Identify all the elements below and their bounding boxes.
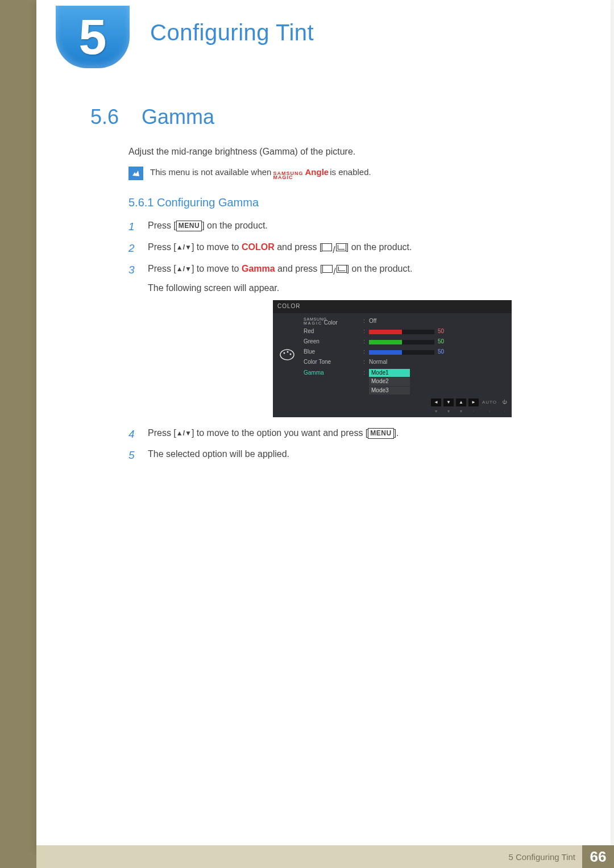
step-1: 1 Press [MENU] on the product. <box>128 219 572 235</box>
svg-point-1 <box>284 352 285 354</box>
up-down-arrows-icon: ▲/▼ <box>176 243 192 252</box>
osd-title: COLOR <box>273 300 512 313</box>
osd-row-red: Red: 50 <box>304 327 506 337</box>
page-footer: 5 Configuring Tint 66 <box>36 845 614 868</box>
chapter-badge: 5 <box>56 6 130 68</box>
svg-point-0 <box>280 350 294 360</box>
footer-chapter-label: 5 Configuring Tint <box>508 852 575 862</box>
nav-up-icon: ▲ <box>456 398 466 406</box>
step-4: 4 Press [▲/▼] to move to the option you … <box>128 426 572 442</box>
section-intro: Adjust the mid-range brightness (Gamma) … <box>128 147 355 157</box>
up-down-arrows-icon: ▲/▼ <box>176 264 192 274</box>
osd-row-blue: Blue: 50 <box>304 347 506 358</box>
steps-list: 1 Press [MENU] on the product. 2 Press [… <box>128 219 572 469</box>
menu-button-label: MENU <box>176 221 202 231</box>
nav-left-icon: ◄ <box>431 398 441 406</box>
source-enter-icons: / <box>322 243 346 256</box>
left-margin-strip <box>0 0 36 868</box>
osd-row-green: Green: 50 <box>304 337 506 347</box>
nav-down-icon: ▼ <box>443 398 454 406</box>
auto-label: AUTO <box>481 398 498 406</box>
osd-row-magic-color: SAMSUNG MAGIC Color : Off <box>304 317 506 327</box>
page: 5 Configuring Tint 5.6 Gamma Adjust the … <box>36 0 611 849</box>
svg-point-3 <box>290 354 292 355</box>
nav-right-icon: ► <box>468 398 479 406</box>
footer-page-number: 66 <box>582 845 614 868</box>
subsection-title: 5.6.1 Configuring Gamma <box>128 196 259 209</box>
menu-button-label: MENU <box>368 428 393 439</box>
step-3: 3 Press [▲/▼] to move to Gamma and press… <box>128 262 572 421</box>
chapter-number: 5 <box>79 12 107 62</box>
power-icon: ⏻ <box>500 398 508 406</box>
osd-footer-sub: ▾▾▾··· <box>273 408 512 417</box>
note-icon <box>128 167 143 180</box>
gamma-option: Mode2 <box>369 377 410 386</box>
section-number: 5.6 <box>90 105 119 129</box>
gamma-option: Mode3 <box>369 387 410 395</box>
osd-screenshot: COLOR SAMSUNG MAGIC Color : <box>273 300 512 417</box>
osd-row-gamma: Gamma: Mode1 Mode2 Mode3 <box>304 368 506 395</box>
note-row: This menu is not available when SAMSUNG … <box>128 167 371 180</box>
up-down-arrows-icon: ▲/▼ <box>176 429 192 438</box>
palette-icon <box>273 313 301 397</box>
source-enter-icons: / <box>322 265 346 278</box>
chapter-title: Configuring Tint <box>150 20 314 45</box>
keyword-color: COLOR <box>242 242 275 252</box>
osd-row-color-tone: Color Tone: Normal <box>304 358 506 368</box>
note-text: This menu is not available when SAMSUNG … <box>150 167 371 180</box>
keyword-gamma: Gamma <box>242 264 275 273</box>
svg-point-2 <box>287 351 289 353</box>
step-2: 2 Press [▲/▼] to move to COLOR and press… <box>128 240 572 256</box>
samsung-magic-label: SAMSUNG MAGIC <box>273 172 303 180</box>
section-title: Gamma <box>142 105 214 129</box>
gamma-selected: Mode1 <box>369 369 410 377</box>
osd-footer-buttons: ◄ ▼ ▲ ► AUTO ⏻ <box>273 397 512 408</box>
step-5: 5 The selected option will be applied. <box>128 447 572 463</box>
